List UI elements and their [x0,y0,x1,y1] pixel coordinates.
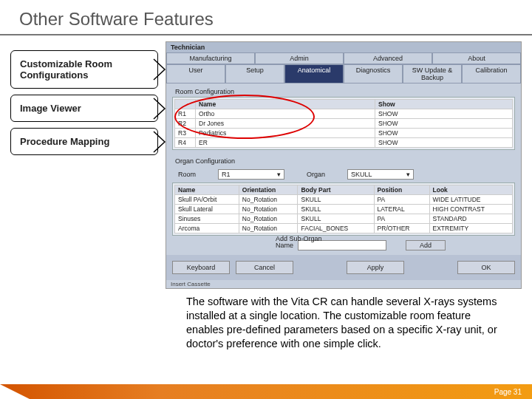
keyboard-button[interactable]: Keyboard [172,261,230,274]
tab-admin[interactable]: Admin [255,52,344,64]
table-row: Skull LateralNo_RotationSKULLLATERALHIGH… [175,205,513,214]
add-suborgan-label: Add Sub-Organ [276,235,322,242]
chevron-right-icon [153,131,169,153]
organ-dropdown[interactable]: SKULL▾ [347,169,414,180]
apply-button[interactable]: Apply [347,261,404,274]
footer-bar: Page 31 [0,384,532,399]
panel-title-organ: Organ Configuration [175,157,515,165]
tab-about[interactable]: About [432,52,521,64]
label-organ: Organ [307,171,325,178]
table-row: R1OrthoSHOW [175,109,513,119]
callout-column: Customizable Room Configurations Image V… [10,41,158,289]
room-dropdown[interactable]: R1▾ [218,169,284,180]
callout-label: Image Viewer [20,103,81,114]
sub-tabs[interactable]: User Setup Anatomical Diagnostics SW Upd… [166,64,521,83]
subtab-diagnostics[interactable]: Diagnostics [344,64,403,83]
subtab-sw-update[interactable]: SW Update & Backup [403,64,462,83]
panel-title-room: Room Configuration [175,88,515,95]
name-label: Name [276,242,293,249]
button-row: Keyboard Cancel Apply OK [166,255,521,280]
col-show: Show [375,100,513,109]
slide-title: Other Software Features [0,0,532,34]
table-row: ArcomaNo_RotationFACIAL_BONESPR/OTHEREXT… [175,224,513,233]
col-name: Name [196,100,375,109]
cancel-button[interactable]: Cancel [236,261,293,274]
subtab-anatomical[interactable]: Anatomical [284,64,344,83]
subtab-user[interactable]: User [166,64,225,83]
organ-table[interactable]: Name Orientation Body Part Position Look… [174,185,513,233]
ok-button[interactable]: OK [457,261,515,274]
col-position: Position [374,185,429,195]
table-row: SinusesNo_RotationSKULLPASTANDARD [175,214,513,224]
col-orientation: Orientation [239,185,298,195]
table-row: R2Dr JonesSHOW [175,119,513,129]
col-name: Name [175,185,239,195]
chevron-right-icon [153,58,169,81]
window-title: Technician [166,42,521,52]
chevron-right-icon [153,98,169,120]
main-tabs[interactable]: Manufacturing Admin Advanced About [166,52,521,64]
callout-label: Customizable Room Configurations [20,58,112,81]
tab-advanced[interactable]: Advanced [344,52,432,64]
title-rule [0,34,532,35]
col-bodypart: Body Part [298,185,374,195]
footer-corner [0,384,30,399]
callout-label: Procedure Mapping [20,136,109,147]
add-button[interactable]: Add [406,240,446,250]
tab-manufacturing[interactable]: Manufacturing [166,52,255,64]
callout-image-viewer: Image Viewer [10,95,158,122]
col-look: Look [429,185,512,195]
status-text: Insert Cassette [166,280,521,288]
callout-procedure-mapping: Procedure Mapping [10,128,158,155]
table-row: R4ERSHOW [175,138,513,148]
subtab-setup[interactable]: Setup [225,64,284,83]
callout-room-config: Customizable Room Configurations [10,50,158,89]
label-room: Room [178,171,196,178]
page-number: Page 31 [494,388,522,396]
screenshot-window: Technician Manufacturing Admin Advanced … [166,41,522,289]
table-row: R3PediatricsSHOW [175,129,513,138]
subtab-calibration[interactable]: Calibration [462,64,521,83]
chevron-down-icon: ▾ [277,171,281,178]
room-table[interactable]: NameShow R1OrthoSHOW R2Dr JonesSHOW R3Pe… [174,99,513,148]
caption-text: The software with the Vita CR can handle… [0,289,532,350]
chevron-down-icon: ▾ [406,171,410,178]
table-row: Skull PA/OrbitNo_RotationSKULLPAWIDE LAT… [175,195,513,205]
